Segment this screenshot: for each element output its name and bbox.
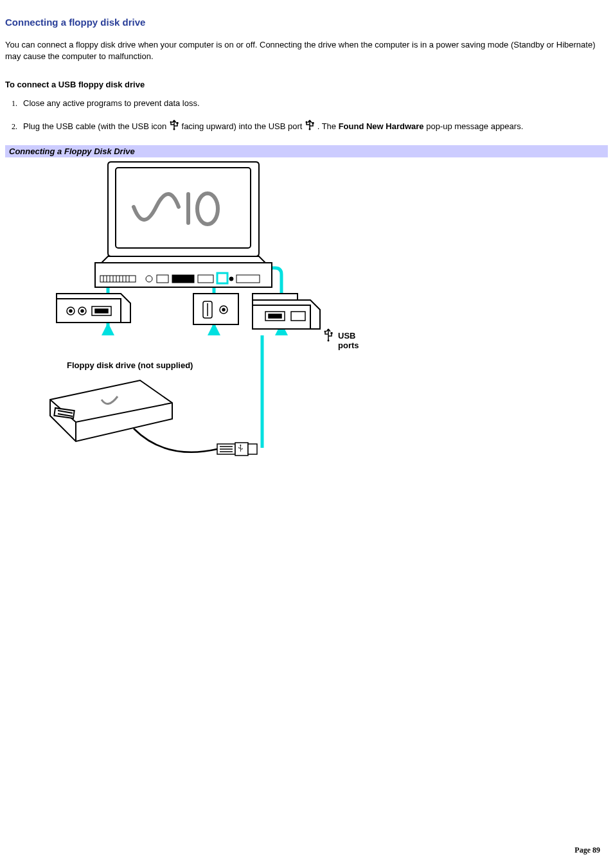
diagram-area: USB ports Floppy disk drive (not supplie…	[5, 159, 365, 480]
svg-rect-36	[95, 309, 108, 313]
svg-point-5	[309, 128, 311, 130]
step-1: Close any active programs to prevent dat…	[19, 98, 608, 109]
usb-ports-label: USB ports	[338, 331, 365, 350]
svg-rect-55	[248, 444, 257, 454]
svg-marker-6	[102, 323, 114, 335]
step2-part2: facing upward) into the USB port	[182, 121, 305, 131]
intro-paragraph: You can connect a floppy disk drive when…	[5, 39, 608, 62]
usb-trident-icon	[305, 119, 315, 132]
step2-part4: pop-up message appears.	[426, 121, 523, 131]
step2-bold: Found New Hardware	[339, 121, 424, 131]
svg-point-3	[306, 121, 308, 123]
svg-point-47	[324, 331, 326, 333]
figure-caption: Connecting a Floppy Disk Drive	[5, 145, 608, 157]
steps-list: Close any active programs to prevent dat…	[19, 98, 608, 134]
subheading: To connect a USB floppy disk drive	[5, 80, 608, 89]
usb-trident-icon	[324, 329, 333, 342]
page-heading: Connecting a floppy disk drive	[5, 17, 608, 28]
svg-rect-1	[176, 122, 178, 124]
step-2-text: Plug the USB cable (with the USB icon fa…	[23, 121, 523, 131]
svg-rect-48	[331, 332, 333, 334]
svg-rect-4	[312, 122, 314, 124]
svg-point-26	[229, 277, 233, 281]
svg-point-34	[81, 310, 84, 312]
svg-point-41	[222, 308, 225, 311]
svg-point-59	[240, 445, 241, 445]
step-1-text: Close any active programs to prevent dat…	[23, 98, 200, 108]
svg-point-32	[69, 310, 72, 312]
svg-rect-23	[172, 275, 194, 283]
svg-point-49	[328, 340, 330, 342]
svg-rect-45	[269, 314, 281, 318]
svg-rect-37	[193, 294, 238, 324]
step2-part3: . The	[317, 121, 339, 131]
usb-trident-icon	[169, 119, 179, 132]
svg-point-2	[173, 128, 175, 130]
step-2: Plug the USB cable (with the USB icon fa…	[19, 120, 608, 134]
diagram-svg	[5, 159, 365, 485]
svg-rect-42	[253, 294, 298, 300]
step2-part1: Plug the USB cable (with the USB icon	[23, 121, 169, 131]
svg-point-0	[170, 121, 172, 123]
floppy-drive-label: Floppy disk drive (not supplied)	[67, 360, 193, 370]
